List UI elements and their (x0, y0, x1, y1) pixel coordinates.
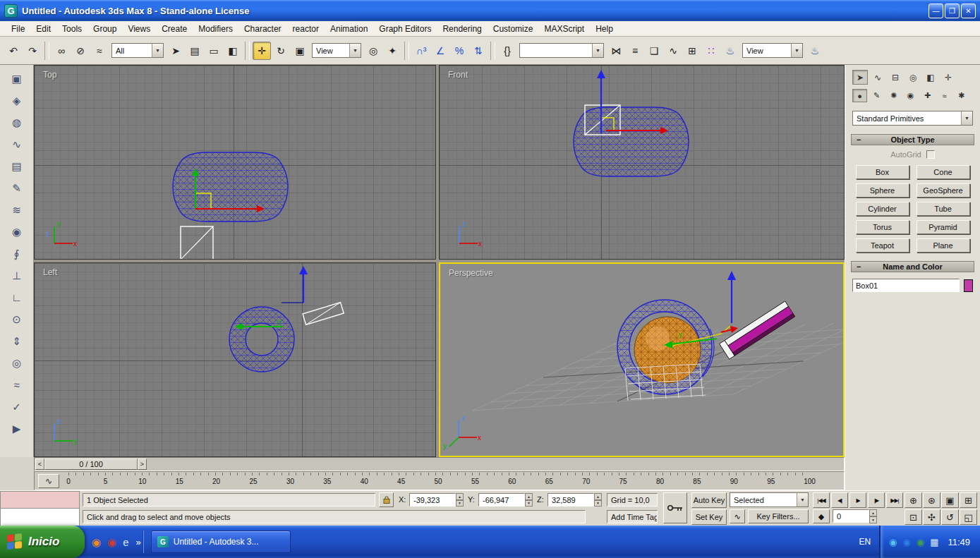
maxscript-mini-listener[interactable] (0, 509, 80, 526)
y-spinner[interactable]: ▲▼ (525, 493, 533, 507)
car-wheel-constraint-icon[interactable]: ◎ (5, 353, 29, 372)
time-configuration-key-button[interactable] (663, 492, 687, 523)
viewport-front[interactable]: Front (439, 65, 845, 260)
category-helpers-icon[interactable]: ✚ (920, 89, 935, 102)
preview-animation-icon[interactable]: ▶ (5, 419, 29, 438)
percent-snap-toggle-icon[interactable]: % (450, 42, 468, 60)
primitive-category-dropdown[interactable]: Standard Primitives ▼ (852, 111, 973, 126)
menu-item[interactable]: Tools (56, 22, 87, 36)
category-geometry-icon[interactable]: ● (852, 89, 867, 102)
zoom-region-icon[interactable]: ⊡ (905, 509, 922, 525)
default-in-out-tangents-button[interactable]: ∿ (730, 509, 745, 523)
key-filters-button[interactable]: Key Filters... (748, 509, 809, 523)
quick-launch-icon-2[interactable]: ◉ (107, 537, 116, 547)
prismatic-constraint-icon[interactable]: ⇕ (5, 332, 29, 351)
object-type-rollout-header[interactable]: − Object Type (851, 134, 974, 145)
menu-item[interactable]: Animation (325, 22, 373, 36)
viewport-label-front[interactable]: Front (448, 70, 468, 80)
menu-item[interactable]: Views (122, 22, 156, 36)
tab-create-icon[interactable]: ➤ (852, 70, 868, 85)
select-by-name-icon[interactable]: ▤ (186, 42, 204, 60)
cloth-modifier-icon[interactable]: ✎ (5, 178, 29, 198)
rigid-body-collection-icon[interactable]: ▣ (5, 69, 29, 88)
dropdown-arrow-icon[interactable]: ▼ (791, 44, 802, 57)
dashpot-icon[interactable]: ⊥ (5, 266, 29, 285)
current-frame-field[interactable] (833, 509, 869, 523)
rope-modifier-icon[interactable]: ≋ (5, 200, 29, 219)
object-type-button[interactable]: Box (856, 165, 909, 179)
minimize-button[interactable]: — (928, 4, 943, 18)
layer-manager-icon[interactable]: ❏ (645, 42, 663, 60)
dropdown-arrow-icon[interactable]: ▼ (152, 44, 163, 57)
viewport-left[interactable]: Left (34, 262, 436, 457)
spring-icon[interactable]: ∮ (5, 244, 29, 263)
spinner-snap-toggle-icon[interactable]: ⇅ (469, 42, 488, 60)
object-type-button[interactable]: GeoSphere (917, 183, 970, 198)
rectangular-selection-region-icon[interactable]: ▭ (205, 42, 223, 60)
select-and-move-icon[interactable]: ✛ (253, 42, 271, 60)
angle-snap-toggle-icon[interactable]: ∠ (431, 42, 449, 60)
select-and-link-icon[interactable]: ∞ (52, 42, 71, 60)
named-selection-sets-dropdown[interactable]: ▼ (519, 43, 604, 58)
go-to-end-button[interactable]: ▶▶| (886, 492, 903, 508)
maximize-viewport-toggle-icon[interactable]: ◱ (960, 509, 977, 525)
object-type-button[interactable]: Cone (917, 165, 970, 179)
object-name-field[interactable] (852, 279, 960, 292)
cloth-collection-icon[interactable]: ◈ (5, 91, 29, 110)
previous-frame-button[interactable]: ◀| (831, 492, 848, 508)
dropdown-arrow-icon[interactable]: ▼ (592, 44, 603, 57)
object-type-button[interactable]: Torus (856, 220, 909, 234)
internet-explorer-icon[interactable]: e (123, 537, 128, 547)
object-type-button[interactable]: Sphere (856, 183, 909, 198)
category-cameras-icon[interactable]: ◉ (903, 89, 918, 102)
rope-collection-icon[interactable]: ∿ (5, 135, 29, 154)
open-mini-curve-editor-button[interactable]: ∿ (38, 474, 59, 488)
language-indicator[interactable]: EN (850, 537, 879, 547)
unlink-selection-icon[interactable]: ⊘ (71, 42, 90, 60)
soft-body-modifier-icon[interactable]: ◉ (5, 222, 29, 241)
menu-item[interactable]: Character (238, 22, 287, 36)
next-frame-button[interactable]: |▶ (868, 492, 885, 508)
window-crossing-selection-icon[interactable]: ◧ (224, 42, 242, 60)
maxscript-macro-recorder[interactable] (0, 491, 80, 509)
time-step-forward-button[interactable]: > (138, 459, 147, 470)
auto-key-button[interactable]: Auto Key (691, 492, 727, 508)
frame-spinner[interactable]: ▲▼ (869, 509, 877, 523)
set-key-button[interactable]: Set Key (691, 509, 727, 525)
menu-item[interactable]: Modifiers (193, 22, 238, 36)
tray-icon-4[interactable]: ▦ (930, 538, 938, 547)
select-and-manipulate-icon[interactable]: ✦ (383, 42, 401, 60)
point-point-constraint-icon[interactable]: ⊙ (5, 310, 29, 329)
time-step-back-button[interactable]: < (35, 459, 44, 470)
select-object-icon[interactable]: ➤ (167, 42, 185, 60)
viewport-perspective[interactable]: Perspective (439, 262, 845, 457)
tray-icon-3[interactable]: ◉ (917, 538, 924, 547)
select-and-rotate-icon[interactable]: ↻ (272, 42, 290, 60)
dropdown-arrow-icon[interactable]: ▼ (349, 44, 361, 57)
viewport-label-top[interactable]: Top (43, 70, 56, 80)
object-type-button[interactable]: Tube (917, 202, 970, 216)
material-editor-icon[interactable]: ∷ (702, 42, 720, 60)
tab-modify-icon[interactable]: ∿ (870, 70, 885, 85)
reference-coordinate-system-dropdown[interactable]: View ▼ (312, 43, 361, 58)
pan-icon[interactable]: ✣ (923, 509, 940, 525)
hinge-constraint-icon[interactable]: ∟ (5, 288, 29, 307)
render-scene-icon[interactable]: ♨ (721, 42, 739, 60)
category-lights-icon[interactable]: ✺ (886, 89, 901, 102)
wind-icon[interactable]: ≈ (5, 375, 29, 394)
use-pivot-point-center-icon[interactable]: ◎ (364, 42, 382, 60)
tab-display-icon[interactable]: ◧ (923, 70, 938, 85)
menu-item[interactable]: Help (590, 22, 619, 36)
render-type-dropdown[interactable]: View ▼ (742, 43, 803, 58)
menu-item[interactable]: Rendering (437, 22, 487, 36)
quick-render-icon[interactable]: ♨ (806, 42, 824, 60)
x-coordinate-field[interactable] (409, 493, 456, 507)
object-type-button[interactable]: Teapot (856, 238, 909, 253)
task-button-3dsmax[interactable]: G Untitled - Autodesk 3... (151, 530, 291, 553)
menu-item[interactable]: File (6, 22, 30, 36)
taskbar-clock[interactable]: 11:49 (948, 537, 970, 547)
schematic-view-icon[interactable]: ⊞ (683, 42, 701, 60)
tab-utilities-icon[interactable]: ✛ (940, 70, 956, 85)
zoom-extents-all-icon[interactable]: ⊞ (960, 492, 977, 508)
x-spinner[interactable]: ▲▼ (456, 493, 464, 507)
